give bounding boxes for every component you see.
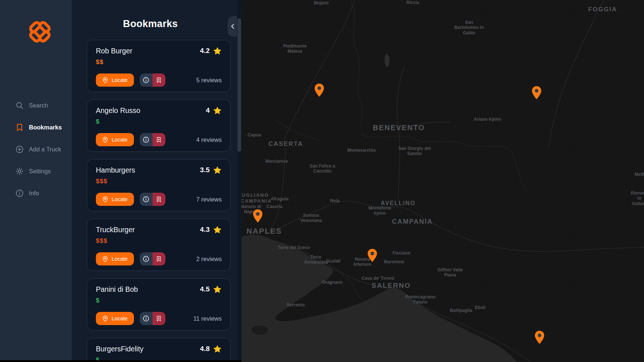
bottom-strip — [0, 360, 242, 362]
locate-button[interactable]: Locate — [96, 73, 134, 87]
sidebar-item-settings[interactable]: Settings — [0, 164, 72, 178]
sidebar-nav: Search Bookmarks Add a Truck — [0, 98, 72, 208]
card-action-pill — [140, 193, 165, 206]
sidebar-item-bookmarks[interactable]: Bookmarks — [0, 120, 72, 135]
star-icon — [213, 46, 222, 55]
star-icon — [213, 285, 222, 294]
reviews-count: 4 reviews — [196, 136, 222, 143]
logo-petal — [37, 29, 52, 44]
info-icon — [143, 315, 149, 322]
rating: 4.3 — [200, 225, 222, 234]
reviews-count: 11 reviews — [193, 315, 222, 322]
locate-button[interactable]: Locate — [96, 312, 134, 325]
info-button[interactable] — [140, 193, 153, 206]
rating-value: 4.2 — [200, 47, 210, 55]
reviews-count: 5 reviews — [196, 77, 222, 84]
reviews-count: 2 reviews — [196, 256, 222, 263]
rating: 4.5 — [200, 285, 222, 294]
info-button[interactable] — [140, 252, 153, 265]
price-level: $ — [96, 297, 222, 304]
price-level: $$$ — [96, 178, 222, 185]
bookmark-card: Panini di Bob 4.5 $ — [87, 278, 231, 331]
sidebar-item-label: Search — [29, 102, 48, 109]
locate-label: Locate — [112, 316, 128, 321]
remove-bookmark-button[interactable] — [153, 73, 165, 87]
map-pin[interactable] — [367, 249, 377, 262]
bookmark-remove-icon — [156, 256, 162, 262]
info-button[interactable] — [140, 312, 153, 325]
rating-value: 4.5 — [200, 285, 210, 293]
location-pin-icon — [102, 77, 108, 83]
card-action-pill — [140, 133, 165, 146]
rating: 4.2 — [200, 46, 222, 55]
bookmark-card: Hamburgers 3.5 $$$ — [87, 159, 231, 211]
road-layer — [263, 0, 644, 362]
price-level: $$$ — [96, 237, 222, 245]
info-button[interactable] — [140, 133, 153, 146]
locate-button[interactable]: Locate — [96, 193, 134, 206]
rating: 3.5 — [200, 166, 222, 174]
plus-circle-icon — [15, 145, 24, 154]
star-icon — [213, 344, 222, 353]
sidebar-item-add-truck[interactable]: Add a Truck — [0, 142, 72, 157]
star-icon — [213, 225, 222, 234]
rating-value: 4.3 — [200, 226, 210, 234]
reviews-count: 7 reviews — [196, 196, 222, 203]
map-pin[interactable] — [314, 83, 324, 97]
star-icon — [213, 106, 222, 115]
location-pin-icon — [102, 316, 108, 322]
location-pin-icon — [102, 256, 108, 262]
location-pin-icon — [102, 137, 108, 143]
card-action-pill — [140, 73, 165, 87]
info-button[interactable] — [140, 73, 153, 87]
sidebar-item-label: Add a Truck — [29, 146, 61, 153]
sidebar-item-search[interactable]: Search — [0, 98, 72, 113]
remove-bookmark-button[interactable] — [153, 252, 165, 265]
truck-name: Hamburgers — [96, 166, 135, 174]
bookmark-card: TruckBurger 4.3 $$$ — [87, 219, 231, 271]
star-icon — [213, 166, 222, 174]
locate-button[interactable]: Locate — [96, 252, 134, 265]
bookmark-icon — [15, 123, 24, 132]
sidebar-item-label: Settings — [29, 168, 51, 175]
price-level: $$ — [96, 59, 222, 66]
map-pin[interactable] — [532, 86, 542, 99]
bookmark-remove-icon — [156, 196, 162, 202]
gear-icon — [15, 167, 24, 176]
panel-title: Bookmarks — [72, 18, 229, 30]
sidebar-item-label: Bookmarks — [29, 124, 62, 131]
map-canvas[interactable]: BojanoRicciaFOGGIASan Bartolomeo in Gald… — [242, 0, 644, 362]
remove-bookmark-button[interactable] — [153, 133, 165, 146]
sidebar: Search Bookmarks Add a Truck — [0, 0, 72, 362]
location-pin-icon — [102, 196, 108, 203]
collapse-panel-button[interactable] — [228, 16, 238, 37]
price-level: $ — [96, 118, 222, 125]
map-base-layer — [242, 0, 644, 362]
locate-button[interactable]: Locate — [96, 133, 134, 146]
map-pin[interactable] — [253, 209, 263, 223]
lake — [385, 54, 390, 67]
truck-name: TruckBurger — [96, 226, 135, 234]
locate-label: Locate — [112, 77, 128, 83]
panel-scrollbar[interactable] — [237, 0, 242, 362]
map-pin[interactable] — [535, 331, 544, 344]
info-icon — [143, 196, 149, 203]
rating: 4.8 — [200, 344, 222, 353]
bookmark-remove-icon — [156, 137, 162, 143]
locate-label: Locate — [112, 256, 128, 262]
bookmark-remove-icon — [156, 316, 162, 321]
remove-bookmark-button[interactable] — [153, 193, 165, 206]
rating-value: 3.5 — [200, 166, 210, 174]
chevron-left-icon — [230, 23, 235, 30]
remove-bookmark-button[interactable] — [153, 312, 165, 325]
map-pin-icon — [535, 331, 544, 344]
bookmark-remove-icon — [156, 77, 162, 83]
truck-name: Rob Burger — [96, 47, 132, 55]
card-action-pill — [140, 252, 165, 265]
locate-label: Locate — [112, 137, 128, 143]
map-pin-icon — [367, 249, 377, 262]
bookmark-card: BurgersFidelity 4.8 $ — [87, 338, 231, 362]
panel-scrollbar-thumb[interactable] — [237, 18, 241, 152]
info-icon — [143, 256, 149, 262]
sidebar-item-info[interactable]: Info — [0, 186, 72, 200]
